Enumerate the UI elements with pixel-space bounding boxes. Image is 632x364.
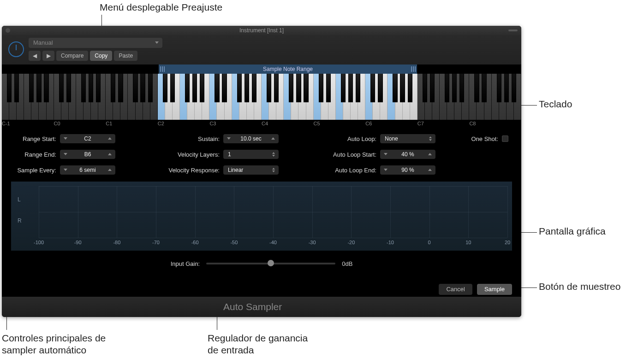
range-start-stepper[interactable]: C2 (60, 134, 115, 143)
range-handle-right[interactable] (411, 65, 416, 73)
action-buttons: Cancel Sample (439, 284, 512, 295)
graph-tick: -70 (152, 240, 160, 245)
octave-label: C2 (158, 121, 164, 126)
black-key[interactable] (215, 74, 219, 102)
power-button[interactable] (8, 41, 24, 57)
sample-note-range-bar[interactable]: Sample Note Range (159, 65, 417, 74)
black-key[interactable] (348, 74, 353, 102)
octave-label: C0 (54, 121, 60, 126)
updown-icon (272, 152, 275, 157)
prev-preset-button[interactable]: ◀ (29, 51, 41, 61)
black-key[interactable] (7, 74, 12, 102)
black-key[interactable] (222, 74, 227, 102)
copy-button[interactable]: Copy (90, 51, 112, 61)
sample-button[interactable]: Sample (477, 284, 512, 295)
black-key[interactable] (356, 74, 360, 102)
black-key[interactable] (252, 74, 256, 102)
range-end-stepper[interactable]: B6 (60, 150, 115, 159)
octave-label: C-1 (2, 121, 10, 126)
preset-dropdown[interactable]: Manual (29, 38, 162, 48)
black-key[interactable] (244, 74, 249, 102)
black-key[interactable] (36, 74, 41, 102)
black-key[interactable] (497, 74, 501, 102)
black-key[interactable] (140, 74, 145, 102)
autoloop-end-label: Auto Loop End: (335, 167, 376, 174)
black-key[interactable] (14, 74, 19, 102)
chevron-up-icon (108, 153, 112, 155)
black-key[interactable] (148, 74, 153, 102)
vel-response-dropdown[interactable]: Linear (223, 165, 279, 175)
black-key[interactable] (170, 74, 175, 102)
black-key[interactable] (118, 74, 123, 102)
black-key[interactable] (459, 74, 464, 102)
preset-value: Manual (33, 39, 53, 46)
black-key[interactable] (133, 74, 137, 102)
window-titlebar[interactable]: Instrument [Inst 1] (2, 26, 521, 35)
graph-tick: -30 (309, 240, 316, 245)
black-key[interactable] (274, 74, 279, 102)
resize-handle-icon[interactable] (508, 29, 518, 31)
black-key[interactable] (482, 74, 486, 102)
slider-thumb[interactable] (268, 260, 274, 266)
input-gain-slider[interactable] (206, 263, 335, 264)
paste-button[interactable]: Paste (114, 51, 137, 61)
chevron-down-icon (155, 41, 159, 44)
black-key[interactable] (267, 74, 271, 102)
black-key[interactable] (96, 74, 101, 102)
black-key[interactable] (445, 74, 449, 102)
graph-tick: -20 (347, 240, 355, 245)
black-key[interactable] (66, 74, 71, 102)
next-preset-button[interactable]: ▶ (42, 51, 54, 61)
black-key[interactable] (378, 74, 382, 102)
black-key[interactable] (29, 74, 34, 102)
black-key[interactable] (400, 74, 405, 102)
callout-line (519, 232, 537, 233)
autoloop-start-stepper[interactable]: 40 % (380, 150, 435, 159)
range-handle-left[interactable] (160, 65, 165, 73)
sample-every-stepper[interactable]: 6 semi (60, 165, 115, 175)
black-key[interactable] (304, 74, 308, 102)
black-key[interactable] (319, 74, 323, 102)
graph-tick: -40 (269, 240, 277, 245)
black-key[interactable] (512, 74, 516, 102)
black-key[interactable] (59, 74, 64, 102)
plugin-footer: Auto Sampler (2, 297, 521, 317)
black-key[interactable] (185, 74, 190, 102)
input-gain-value: 0dB (342, 260, 352, 267)
black-key[interactable] (200, 74, 204, 102)
black-key[interactable] (504, 74, 509, 102)
black-key[interactable] (370, 74, 375, 102)
black-key[interactable] (289, 74, 293, 102)
black-key[interactable] (326, 74, 331, 102)
black-key[interactable] (430, 74, 435, 102)
black-key[interactable] (452, 74, 457, 102)
octave-label: C4 (262, 121, 268, 126)
keyboard[interactable] (2, 74, 521, 120)
sustain-stepper[interactable]: 10.0 sec (223, 134, 279, 143)
black-key[interactable] (296, 74, 301, 102)
black-key[interactable] (111, 74, 115, 102)
black-key[interactable] (341, 74, 346, 102)
oneshot-checkbox[interactable] (502, 135, 508, 142)
black-key[interactable] (408, 74, 412, 102)
black-key[interactable] (81, 74, 86, 102)
close-icon[interactable] (6, 28, 10, 33)
cancel-button[interactable]: Cancel (439, 284, 472, 295)
range-end-label: Range End: (11, 151, 56, 158)
chevron-up-icon (428, 153, 432, 155)
black-key[interactable] (163, 74, 167, 102)
autoloop-end-stepper[interactable]: 90 % (380, 165, 435, 175)
black-key[interactable] (423, 74, 427, 102)
autoloop-dropdown[interactable]: None (380, 134, 435, 143)
channel-left-label: L (18, 196, 21, 203)
black-key[interactable] (192, 74, 197, 102)
vel-layers-dropdown[interactable]: 1 (223, 150, 279, 159)
callout-gain-l1: Regulador de ganancia (208, 333, 308, 344)
black-key[interactable] (237, 74, 242, 102)
black-key[interactable] (44, 74, 48, 102)
graphic-display: L R -100-90-80-70-60-50-40-30-20-1001020 (11, 182, 512, 251)
compare-button[interactable]: Compare (56, 51, 88, 61)
black-key[interactable] (474, 74, 479, 102)
black-key[interactable] (393, 74, 397, 102)
black-key[interactable] (89, 74, 93, 102)
